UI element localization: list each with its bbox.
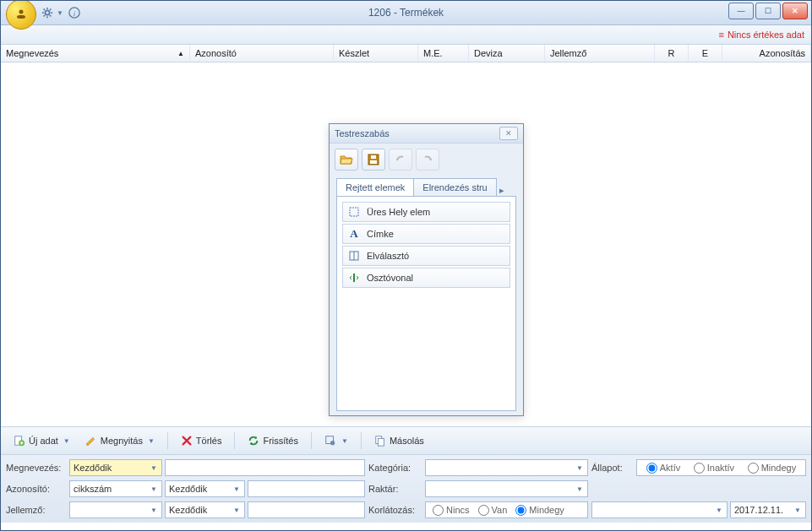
folder-open-icon (340, 154, 353, 165)
window-title: 1206 - Termékek (1, 7, 811, 19)
col-deviza[interactable]: Deviza (469, 45, 545, 62)
save-icon (368, 154, 379, 165)
svg-rect-9 (378, 438, 384, 446)
tab-layout-tree[interactable]: Elrendezés stru (413, 178, 496, 196)
chevron-down-icon: ▼ (713, 504, 725, 516)
new-button[interactable]: Új adat ▼ (8, 431, 76, 450)
sort-asc-icon: ▲ (177, 50, 184, 57)
raktar-combo[interactable]: ▼ (425, 480, 588, 497)
allapot-label: Állapot: (591, 463, 634, 473)
titlebar: ▼ i 1206 - Termékek — ☐ ✕ (1, 1, 811, 25)
col-jellemzo[interactable]: Jellemző (545, 45, 655, 62)
hidden-item-separator[interactable]: Elválasztó (342, 246, 510, 266)
refresh-button[interactable]: Frissítés (242, 431, 304, 450)
close-button[interactable]: ✕ (782, 3, 808, 19)
col-r[interactable]: R (655, 45, 689, 62)
jellemzo-value-input[interactable] (248, 501, 365, 518)
copy-button[interactable]: Másolás (368, 431, 430, 450)
jellemzo-mode-combo[interactable]: Kezdődik▼ (165, 501, 245, 518)
azonosito-type-combo[interactable]: cikkszám▼ (69, 480, 162, 497)
dialog-body: Üres Hely elem A Címke Elválasztó Osztóv… (336, 196, 516, 411)
korl-mindegy-radio[interactable]: Mindegy (515, 505, 564, 516)
azonosito-value-input[interactable] (248, 480, 365, 497)
raktar-label: Raktár: (368, 484, 422, 494)
separator (311, 432, 312, 449)
open-folder-button[interactable] (335, 149, 358, 171)
dialog-close-button[interactable]: ✕ (499, 127, 518, 140)
hidden-item-splitter[interactable]: Osztóvonal (342, 268, 510, 288)
separator (361, 432, 362, 449)
delete-icon (181, 435, 193, 447)
info-icon[interactable]: i (68, 7, 80, 19)
chevron-down-icon: ▼ (148, 504, 160, 516)
svg-point-1 (45, 10, 49, 14)
svg-rect-11 (370, 160, 377, 164)
save-button[interactable] (362, 149, 385, 171)
korl-van-radio[interactable]: Van (478, 505, 508, 516)
tab-scroll-right[interactable]: ▸ (496, 185, 508, 196)
settings-dropdown[interactable]: ▼ (41, 7, 63, 19)
separator (167, 432, 168, 449)
azonosito-mode-combo[interactable]: Kezdődik▼ (165, 480, 245, 497)
allapot-group: Aktív Inaktív Mindegy (636, 459, 806, 476)
delete-button[interactable]: Törlés (175, 431, 228, 450)
filter-panel: Megnevezés: Kezdődik▼ Azonosító: cikkszá… (1, 455, 811, 523)
chevron-down-icon: ▼ (148, 437, 155, 445)
copy-icon (374, 435, 386, 447)
jellemzo-type-combo[interactable]: ▼ (69, 501, 162, 518)
app-logo[interactable] (6, 0, 36, 30)
kategoria-combo[interactable]: ▼ (425, 459, 588, 476)
gear-icon (41, 7, 53, 19)
undo-button[interactable] (389, 149, 412, 171)
redo-icon (422, 154, 433, 165)
tools-dropdown[interactable]: ▼ (319, 431, 354, 450)
main-window: ▼ i 1206 - Termékek — ☐ ✕ ≡ Nincs értéke… (0, 0, 812, 531)
chevron-down-icon: ▼ (57, 9, 63, 17)
minimize-button[interactable]: — (728, 3, 754, 19)
chevron-down-icon: ▼ (148, 483, 160, 495)
megnevezes-mode-combo[interactable]: Kezdődik▼ (69, 459, 162, 476)
allapot-mindegy-radio[interactable]: Mindegy (748, 463, 797, 474)
chevron-down-icon: ▼ (231, 483, 243, 495)
customize-dialog: Testreszabás ✕ Rejtett elemek Elrendezés… (329, 123, 524, 416)
list-icon: ≡ (718, 30, 723, 40)
kategoria-label: Kategória: (368, 463, 422, 473)
megnevezes-label: Megnevezés: (6, 463, 67, 473)
allapot-inaktiv-radio[interactable]: Inaktív (694, 463, 734, 474)
empty-item-icon (348, 206, 360, 218)
new-icon (14, 435, 25, 447)
col-e[interactable]: E (689, 45, 722, 62)
chevron-down-icon: ▼ (341, 437, 348, 445)
chevron-down-icon: ▼ (63, 437, 70, 445)
col-azonositas[interactable]: Azonosítás (722, 45, 811, 62)
open-button[interactable]: Megnyitás ▼ (79, 431, 161, 450)
date-picker[interactable]: 2017.12.11.▼ (730, 501, 806, 518)
extra-combo[interactable]: ▼ (591, 501, 728, 518)
maximize-button[interactable]: ☐ (755, 3, 781, 19)
svg-text:i: i (74, 9, 76, 18)
grid-column-headers: Megnevezés▲ Azonosító Készlet M.E. Deviz… (1, 45, 811, 62)
separator-icon (348, 250, 360, 262)
separator (234, 432, 235, 449)
dialog-titlebar[interactable]: Testreszabás ✕ (330, 124, 523, 144)
hidden-item-empty[interactable]: Üres Hely elem (342, 202, 510, 222)
tab-hidden-items[interactable]: Rejtett elemek (336, 178, 414, 196)
col-keszlet[interactable]: Készlet (334, 45, 418, 62)
refresh-icon (248, 435, 259, 447)
undo-icon (395, 154, 406, 165)
col-azonosito[interactable]: Azonosító (190, 45, 334, 62)
chevron-down-icon: ▼ (574, 462, 586, 474)
megnevezes-value-input[interactable] (165, 459, 365, 476)
info-bar: ≡ Nincs értékes adat (1, 25, 811, 45)
chevron-down-icon: ▼ (792, 504, 804, 516)
svg-point-7 (330, 441, 335, 445)
hidden-item-label[interactable]: A Címke (342, 224, 510, 244)
col-me[interactable]: M.E. (418, 45, 469, 62)
edit-icon (85, 435, 97, 447)
col-megnevezes[interactable]: Megnevezés▲ (1, 45, 190, 62)
korl-nincs-radio[interactable]: Nincs (433, 505, 470, 516)
redo-button[interactable] (416, 149, 439, 171)
tools-icon (324, 435, 336, 447)
allapot-aktiv-radio[interactable]: Aktív (646, 463, 680, 474)
svg-rect-13 (350, 208, 358, 216)
